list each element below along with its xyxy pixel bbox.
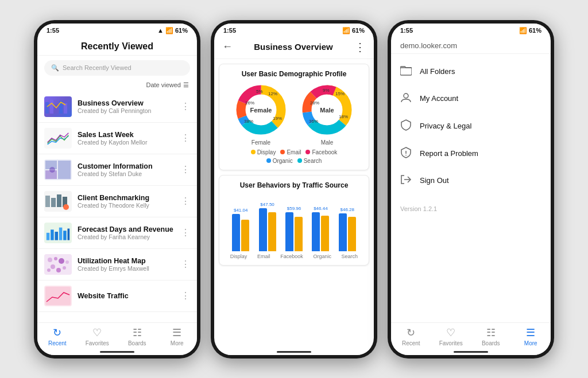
status-bar-2: 1:55 📶 61% bbox=[214, 24, 374, 36]
bottom-nav-3: ↻ Recent ♡ Favorites ☷ Boards ☰ More bbox=[391, 322, 551, 349]
nav-favorites-3[interactable]: ♡ Favorites bbox=[431, 326, 471, 346]
item-info-forecast: Forecast Days and Revenue Created by Far… bbox=[78, 225, 175, 240]
nav-more[interactable]: ☰ More bbox=[157, 326, 198, 346]
time-1: 1:55 bbox=[47, 27, 59, 34]
legend-row-2: Organic Search bbox=[225, 158, 363, 164]
item-more-icon[interactable]: ⋮ bbox=[181, 196, 190, 206]
menu-text-account: My Account bbox=[420, 94, 458, 103]
nav-recent-label: Recent bbox=[48, 340, 67, 346]
menu-item-privacy[interactable]: Privacy & Legal bbox=[391, 112, 551, 140]
nav-more-label-3: More bbox=[524, 340, 537, 346]
legend-dot-organic bbox=[266, 158, 271, 163]
item-subtitle: Created by Fariha Kearney bbox=[78, 233, 175, 240]
bottom-nav-1: ↻ Recent ♡ Favorites ☷ Boards ☰ More bbox=[37, 322, 197, 349]
more-menu-button[interactable]: ⋮ bbox=[354, 40, 366, 54]
item-info-business: Business Overview Created by Cali Pennin… bbox=[78, 99, 175, 114]
behaviors-title: User Behaviors by Traffic Source bbox=[225, 181, 363, 189]
bar-pair-organic bbox=[312, 212, 329, 251]
legend-facebook: Facebook bbox=[305, 149, 337, 155]
phone-menu: 1:55 📶 61% demo.looker.com All Folders bbox=[388, 20, 554, 358]
list-item[interactable]: Utilization Heat Map Created by Emrys Ma… bbox=[37, 249, 197, 280]
svg-rect-17 bbox=[59, 227, 63, 240]
list-item[interactable]: Sales Last Week Created by Kaydon Mellor… bbox=[37, 123, 197, 154]
legend-organic: Organic bbox=[266, 158, 293, 164]
item-title: Sales Last Week bbox=[78, 131, 175, 139]
nav-favorites[interactable]: ♡ Favorites bbox=[78, 326, 118, 346]
signout-icon bbox=[400, 174, 412, 187]
home-bar-2 bbox=[277, 351, 311, 353]
svg-rect-18 bbox=[63, 231, 67, 240]
menu-text-signout: Sign Out bbox=[420, 176, 449, 185]
recently-viewed-list: Business Overview Created by Cali Pennin… bbox=[37, 91, 197, 322]
list-item[interactable]: Forecast Days and Revenue Created by Far… bbox=[37, 217, 197, 249]
favorites-icon-3: ♡ bbox=[446, 326, 455, 339]
date-filter[interactable]: Date viewed ☰ bbox=[37, 80, 197, 91]
screen-recently-viewed: Recently Viewed 🔍 Search Recently Viewed… bbox=[37, 36, 197, 355]
menu-item-signout[interactable]: Sign Out bbox=[391, 167, 551, 194]
sort-icon: ☰ bbox=[183, 81, 189, 89]
list-item[interactable]: Website Traffic ⋮ bbox=[37, 280, 197, 312]
bar-gold-email bbox=[268, 212, 276, 251]
bar-display: $41.04 bbox=[232, 208, 249, 251]
item-more-icon[interactable]: ⋮ bbox=[181, 227, 190, 238]
nav-boards-label-3: Boards bbox=[482, 340, 500, 346]
female-donut: Female 26% 5% 12% 19% 38% Female bbox=[234, 83, 288, 146]
svg-point-25 bbox=[56, 268, 61, 272]
signal-icon-3: 📶 bbox=[519, 27, 527, 34]
bar-search: $46.28 bbox=[339, 207, 356, 251]
svg-text:Male: Male bbox=[320, 107, 334, 114]
boards-icon: ☷ bbox=[133, 326, 142, 339]
svg-rect-10 bbox=[51, 198, 56, 207]
signal-icon: ▲ bbox=[157, 27, 164, 34]
item-title: Utilization Heat Map bbox=[78, 257, 175, 265]
menu-list: All Folders My Account Privacy & Legal bbox=[391, 54, 551, 198]
menu-item-account[interactable]: My Account bbox=[391, 85, 551, 112]
svg-rect-15 bbox=[51, 229, 54, 240]
legend-search: Search bbox=[297, 158, 322, 164]
bar-value-facebook: $59.96 bbox=[287, 206, 301, 211]
nav-more-3[interactable]: ☰ More bbox=[511, 326, 551, 346]
list-item[interactable]: Business Overview Created by Cali Pennin… bbox=[37, 91, 197, 123]
svg-text:38%: 38% bbox=[244, 119, 253, 124]
bar-blue-search bbox=[339, 213, 347, 251]
bar-chart: $41.04 $47.50 bbox=[225, 194, 363, 259]
back-button[interactable]: ← bbox=[222, 41, 233, 53]
recent-icon: ↻ bbox=[53, 326, 61, 339]
menu-text-privacy: Privacy & Legal bbox=[420, 122, 471, 130]
nav-boards[interactable]: ☷ Boards bbox=[117, 326, 157, 346]
business-header: ← Business Overview ⋮ bbox=[214, 36, 374, 59]
legend-dot-email bbox=[280, 150, 285, 154]
item-more-icon[interactable]: ⋮ bbox=[181, 259, 190, 270]
nav-recent[interactable]: ↻ Recent bbox=[37, 326, 78, 346]
demographic-title: User Basic Demographic Profile bbox=[225, 70, 363, 78]
bar-gold-organic bbox=[321, 216, 329, 251]
bar-pair-facebook bbox=[285, 212, 303, 251]
item-more-icon[interactable]: ⋮ bbox=[181, 133, 190, 143]
bo-title: Business Overview bbox=[233, 42, 354, 52]
menu-item-folders[interactable]: All Folders bbox=[391, 59, 551, 85]
list-item[interactable]: Customer Information Created by Stefan D… bbox=[37, 154, 197, 186]
svg-rect-19 bbox=[68, 228, 70, 240]
account-icon bbox=[400, 92, 412, 106]
menu-item-report[interactable]: Report a Problem bbox=[391, 140, 551, 167]
svg-text:19%: 19% bbox=[273, 116, 282, 121]
bar-value-display: $41.04 bbox=[234, 208, 247, 213]
item-subtitle: Created by Stefan Duke bbox=[78, 170, 175, 177]
item-more-icon[interactable]: ⋮ bbox=[181, 290, 190, 301]
bar-label-facebook: Facebook bbox=[280, 254, 303, 259]
nav-more-label: More bbox=[171, 340, 184, 346]
bar-labels: Display Email Facebook Organic Search bbox=[225, 254, 363, 259]
report-icon bbox=[400, 147, 412, 161]
male-label: Male bbox=[321, 139, 334, 146]
nav-boards-3[interactable]: ☷ Boards bbox=[471, 326, 511, 346]
item-more-icon[interactable]: ⋮ bbox=[181, 101, 190, 112]
list-item[interactable]: Client Benchmarking Created by Theodore … bbox=[37, 186, 197, 217]
recently-viewed-header: Recently Viewed bbox=[37, 36, 197, 56]
nav-recent-3[interactable]: ↻ Recent bbox=[391, 326, 431, 346]
item-more-icon[interactable]: ⋮ bbox=[181, 164, 190, 175]
svg-rect-1 bbox=[50, 100, 53, 114]
bar-label-email: Email bbox=[257, 254, 270, 259]
thumb-heatmap bbox=[44, 254, 72, 275]
search-bar[interactable]: 🔍 Search Recently Viewed bbox=[44, 60, 190, 76]
demographic-card: User Basic Demographic Profile bbox=[219, 64, 369, 170]
